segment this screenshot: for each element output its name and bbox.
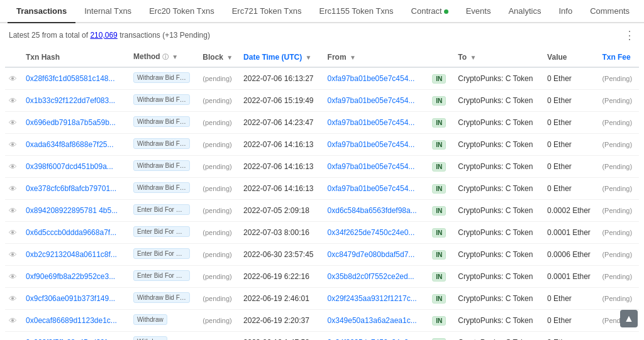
eye-icon[interactable]: 👁	[9, 250, 17, 260]
txn-hash-link[interactable]: 0x398f6007dcd451b09a...	[26, 162, 113, 171]
fee-value: (Pending)	[602, 295, 632, 302]
filter-icon[interactable]: ▼	[350, 54, 356, 61]
txn-hash-link[interactable]: 0x696edb7918a7b5a59b...	[26, 118, 116, 127]
eye-icon[interactable]: 👁	[9, 140, 17, 150]
txn-hash-link[interactable]: 0x6d5cccb0ddda9668a7f...	[26, 228, 116, 237]
options-button[interactable]: ⋮	[624, 28, 635, 42]
eye-icon[interactable]: 👁	[9, 206, 17, 216]
txn-hash-link[interactable]: 0xe378cfc6bf8afcb79701...	[26, 184, 116, 193]
tabs-bar: TransactionsInternal TxnsErc20 Token Txn…	[0, 0, 644, 23]
eye-icon[interactable]: 👁	[9, 316, 17, 326]
txn-hash-link[interactable]: 0xb2c92132048a0611c8f...	[26, 250, 117, 259]
tab-comments[interactable]: Comments	[581, 0, 638, 23]
to-cell: CryptoPunks: C Token	[454, 332, 543, 341]
method-cell: Withdraw Bid For...	[130, 288, 199, 310]
method-badge: Withdraw Bid For...	[133, 160, 190, 171]
method-badge: Withdraw Bid For...	[133, 94, 190, 105]
from-link[interactable]: 0xfa97ba01be05e7c454...	[328, 162, 415, 171]
block-cell: (pending)	[199, 112, 240, 134]
fee-value: (Pending)	[602, 273, 632, 280]
fee-value: (Pending)	[602, 251, 632, 258]
method-info-icon[interactable]: ⓘ	[162, 53, 169, 60]
col-from[interactable]: From ▼	[324, 47, 429, 67]
txn-hash-link[interactable]: 0xf90e69fb8a22b952ce3...	[26, 272, 115, 281]
hash-cell: 0x696edb7918a7b5a59b...	[22, 112, 130, 134]
table-row: 👁0x894208922895781 4b5...Enter Bid For P…	[5, 200, 639, 222]
txn-hash-link[interactable]: 0x0ecaf86689d1123de1c...	[26, 316, 117, 325]
eye-cell: 👁	[5, 266, 22, 288]
from-cell: 0x34f2625de7450c24e0...	[324, 222, 429, 244]
hash-cell: 0x9cf306ae091b373f149...	[22, 288, 130, 310]
from-link[interactable]: 0xfa97ba01be05e7c454...	[328, 140, 415, 149]
value-amount: 0 Ether	[547, 96, 572, 105]
col-datetime[interactable]: Date Time (UTC) ▼	[240, 47, 323, 67]
tab-internal-txns[interactable]: Internal Txns	[75, 0, 140, 23]
table-row: 👁0x28f63fc1d058581c148...Withdraw Bid Fo…	[5, 67, 639, 90]
to-address: CryptoPunks: C Token	[458, 228, 533, 237]
txn-hash-link[interactable]: 0x28f63fc1d058581c148...	[26, 74, 114, 83]
col-to[interactable]: To ▼	[454, 47, 543, 67]
eye-icon[interactable]: 👁	[9, 162, 17, 172]
from-cell: 0xc8479d7e080bdaf5d7...	[324, 244, 429, 266]
to-address: CryptoPunks: C Token	[458, 74, 533, 83]
txn-hash-link[interactable]: 0x1b33c92f122dd7ef083...	[26, 96, 115, 105]
total-link[interactable]: 210,069	[90, 31, 117, 40]
tab-events[interactable]: Events	[457, 0, 500, 23]
txn-hash-link[interactable]: 0x9cf306ae091b373f149...	[26, 294, 115, 303]
col-block[interactable]: Block ▼	[199, 47, 240, 67]
tab-analytics[interactable]: Analytics	[499, 0, 550, 23]
col-eye	[5, 47, 22, 67]
eye-icon[interactable]: 👁	[9, 272, 17, 282]
from-link[interactable]: 0xfa97ba01be05e7c454...	[328, 74, 415, 83]
filter-icon[interactable]: ▼	[226, 54, 233, 61]
block-value: (pending)	[203, 273, 231, 280]
eye-icon[interactable]: 👁	[9, 74, 17, 84]
from-link[interactable]: 0x34f2625de7450c24e0...	[328, 228, 415, 237]
table-row: 👁0xada634f8af8688e7f25...Withdraw Bid Fo…	[5, 134, 639, 156]
hash-cell: 0x6d5cccb0ddda9668a7f...	[22, 222, 130, 244]
tab-erc721-token-txns[interactable]: Erc721 Token Txns	[223, 0, 311, 23]
eye-icon[interactable]: 👁	[9, 184, 17, 194]
table-row: 👁0x696edb7918a7b5a59b...Withdraw Bid For…	[5, 112, 639, 134]
col-method[interactable]: Method ⓘ ▼	[130, 47, 199, 67]
from-link[interactable]: 0xd6c584ba6563fdef98a...	[328, 206, 417, 215]
eye-icon[interactable]: 👁	[9, 228, 17, 238]
tab-erc1155-token-txns[interactable]: Erc1155 Token Txns	[311, 0, 402, 23]
txn-hash-link[interactable]: 0xada634f8af8688e7f25...	[26, 140, 113, 149]
datetime-cell: 2022-06-19 2:46:01	[240, 288, 323, 310]
block-value: (pending)	[203, 75, 231, 82]
direction-badge: IN	[432, 250, 446, 260]
eye-icon[interactable]: 👁	[9, 118, 17, 128]
eye-icon[interactable]: 👁	[9, 338, 17, 341]
scroll-to-top-button[interactable]: ▲	[620, 310, 638, 327]
eye-icon[interactable]: 👁	[9, 294, 17, 304]
table-row: 👁0xe378cfc6bf8afcb79701...Withdraw Bid F…	[5, 178, 639, 200]
tab-erc20-token-txns[interactable]: Erc20 Token Txns	[140, 0, 223, 23]
from-link[interactable]: 0xfa97ba01be05e7c454...	[328, 96, 415, 105]
direction-cell: IN	[428, 178, 454, 200]
value-amount: 0.0001 Ether	[547, 272, 591, 281]
tab-info[interactable]: Info	[550, 0, 581, 23]
from-link[interactable]: 0x35b8d2c0f7552ce2ed...	[328, 272, 414, 281]
datetime-cell: 2022-06-19 6:22:16	[240, 266, 323, 288]
from-link[interactable]: 0x29f2435aa9312f1217c...	[328, 294, 417, 303]
eye-cell: 👁	[5, 156, 22, 178]
from-link[interactable]: 0xfa97ba01be05e7c454...	[328, 118, 415, 127]
block-cell: (pending)	[199, 288, 240, 310]
method-cell: Withdraw Bid For...	[130, 178, 199, 200]
direction-badge: IN	[432, 74, 446, 84]
eye-icon[interactable]: 👁	[9, 96, 17, 106]
method-cell: Withdraw	[130, 310, 199, 332]
tab-transactions[interactable]: Transactions	[8, 0, 75, 23]
filter-icon[interactable]: ▼	[470, 54, 476, 61]
filter-icon[interactable]: ▼	[172, 53, 178, 60]
datetime-value: 2022-07-06 14:16:13	[243, 162, 313, 171]
txn-hash-link[interactable]: 0x894208922895781 4b5...	[26, 206, 118, 215]
tab-contract[interactable]: Contract	[402, 0, 457, 23]
filter-icon[interactable]: ▼	[306, 54, 312, 61]
from-link[interactable]: 0x349e50a13a6a2aea1c...	[328, 316, 417, 325]
from-link[interactable]: 0xfa97ba01be05e7c454...	[328, 184, 415, 193]
to-address: CryptoPunks: C Token	[458, 184, 533, 193]
datetime-value: 2022-07-06 16:13:27	[243, 74, 313, 83]
from-link[interactable]: 0xc8479d7e080bdaf5d7...	[328, 250, 415, 259]
